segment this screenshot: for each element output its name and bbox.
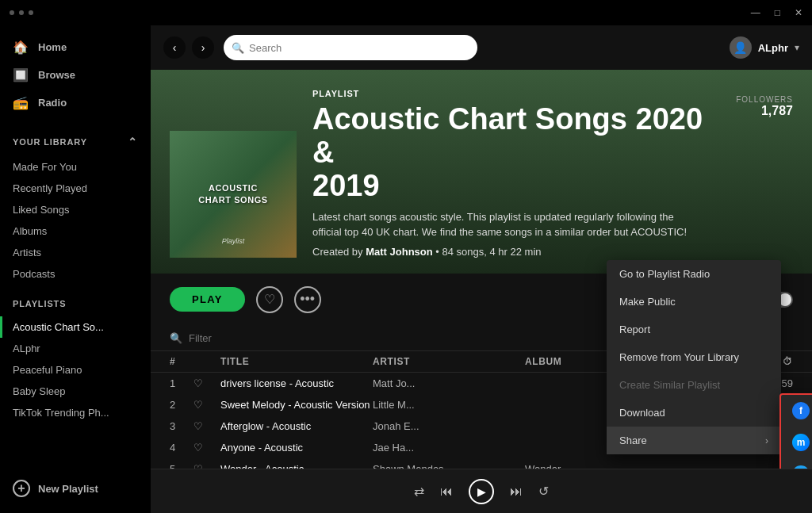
lib-item-recently-played[interactable]: Recently Played xyxy=(0,178,151,199)
sidebar-item-browse-label: Browse xyxy=(38,69,75,81)
playlist-title: Acoustic Chart Songs 2020 & 2019 xyxy=(312,103,720,202)
filter-search-icon: 🔍 xyxy=(170,332,182,344)
title-bar-controls: — □ ✕ xyxy=(751,7,802,18)
user-name-label: ALphr xyxy=(758,42,788,54)
prev-icon[interactable]: ⏮ xyxy=(440,484,453,499)
play-button[interactable]: PLAY xyxy=(170,287,245,312)
shuffle-icon[interactable]: ⇄ xyxy=(414,484,424,499)
title-bar: — □ ✕ xyxy=(0,0,812,25)
search-bar: 🔍 xyxy=(224,35,477,60)
podcasts-label: Podcasts xyxy=(13,268,55,280)
liked-songs-label: Liked Songs xyxy=(13,204,70,216)
menu-item-report[interactable]: Report xyxy=(607,316,781,343)
sidebar-nav: 🏠 Home 🔲 Browse 📻 Radio xyxy=(0,33,151,124)
menu-item-create-similar: Create Similar Playlist xyxy=(607,371,781,399)
share-submenu: f Facebook m Messenger t Twitter ✈ Teleg… xyxy=(779,393,812,469)
col-heart-header xyxy=(193,356,220,367)
playlist-info: PLAYLIST Acoustic Chart Songs 2020 & 201… xyxy=(312,89,720,258)
library-collapse-arrow[interactable]: ⌃ xyxy=(128,136,138,148)
more-options-button[interactable]: ••• xyxy=(294,286,321,313)
nav-arrows: ‹ › xyxy=(163,36,214,59)
library-items: Made For You Recently Played Liked Songs… xyxy=(0,153,151,288)
filter-placeholder: Filter xyxy=(189,332,212,344)
menu-item-download[interactable]: Download xyxy=(607,399,781,427)
search-input[interactable] xyxy=(224,35,477,60)
playlist-item-peaceful-piano[interactable]: Peaceful Piano xyxy=(0,359,151,381)
col-title-header: TITLE xyxy=(220,356,373,367)
made-for-you-label: Made For You xyxy=(13,161,77,173)
dot-3 xyxy=(29,10,33,15)
playlist-meta: Created by Matt Johnson • 84 songs, 4 hr… xyxy=(312,246,720,258)
lib-item-podcasts[interactable]: Podcasts xyxy=(0,263,151,285)
your-library-label: YOUR LIBRARY ⌃ xyxy=(0,124,151,153)
radio-icon: 📻 xyxy=(13,95,29,110)
heart-icon: ♡ xyxy=(264,292,275,307)
playlist-item-baby-sleep[interactable]: Baby Sleep xyxy=(0,381,151,402)
content-area[interactable]: ACOUSTIC CHART SONGS Playlist PLAYLIST A… xyxy=(151,70,812,469)
user-area[interactable]: 👤 ALphr ▾ xyxy=(730,36,799,59)
playlist-description: Latest chart songs acoustic style. This … xyxy=(312,210,693,239)
minimize-button[interactable]: — xyxy=(751,7,760,18)
lib-item-made-for-you[interactable]: Made For You xyxy=(0,156,151,178)
menu-item-make-public[interactable]: Make Public xyxy=(607,288,781,316)
menu-item-playlist-radio[interactable]: Go to Playlist Radio xyxy=(607,260,781,288)
followers-box: FOLLOWERS 1,787 xyxy=(736,89,793,118)
right-panel: ‹ › 🔍 👤 ALphr ▾ ACOUSTIC xyxy=(151,25,812,513)
share-facebook[interactable]: f Facebook xyxy=(781,395,812,427)
lib-item-artists[interactable]: Artists xyxy=(0,242,151,263)
title-bar-dots xyxy=(10,10,33,15)
sidebar-item-radio-label: Radio xyxy=(38,97,67,109)
repeat-icon[interactable]: ↺ xyxy=(538,484,549,499)
col-num: # xyxy=(170,356,193,367)
search-icon: 🔍 xyxy=(232,42,244,54)
albums-label: Albums xyxy=(13,225,47,237)
top-bar: ‹ › 🔍 👤 ALphr ▾ xyxy=(151,25,812,70)
bottom-player: ⇄ ⏮ ▶ ⏭ ↺ xyxy=(151,469,812,513)
menu-item-remove-library[interactable]: Remove from Your Library xyxy=(607,343,781,371)
nav-forward-button[interactable]: › xyxy=(192,36,214,59)
next-icon[interactable]: ⏭ xyxy=(510,484,523,499)
share-twitter[interactable]: t Twitter xyxy=(781,458,812,469)
playlist-cover: ACOUSTIC CHART SONGS Playlist xyxy=(170,131,297,258)
browse-icon: 🔲 xyxy=(13,67,29,82)
playlist-item-tiktok[interactable]: TikTok Trending Ph... xyxy=(0,402,151,423)
sidebar-item-browse[interactable]: 🔲 Browse xyxy=(0,61,151,89)
new-playlist-button[interactable]: + New Playlist xyxy=(0,472,151,505)
cover-subtext: Playlist xyxy=(222,237,245,245)
lib-item-liked-songs[interactable]: Liked Songs xyxy=(0,199,151,220)
heart-button[interactable]: ♡ xyxy=(256,286,283,313)
share-messenger[interactable]: m Messenger xyxy=(781,427,812,458)
sidebar: 🏠 Home 🔲 Browse 📻 Radio YOUR LIBRARY ⌃ M… xyxy=(0,25,151,513)
nav-back-button[interactable]: ‹ xyxy=(163,36,186,59)
maximize-button[interactable]: □ xyxy=(775,7,780,18)
playlist-type-label: PLAYLIST xyxy=(312,89,720,98)
avatar: 👤 xyxy=(730,36,752,59)
messenger-icon: m xyxy=(792,434,810,451)
app-body: 🏠 Home 🔲 Browse 📻 Radio YOUR LIBRARY ⌃ M… xyxy=(0,25,812,513)
followers-count: 1,787 xyxy=(736,104,793,118)
menu-item-share[interactable]: Share › xyxy=(607,427,781,454)
creator-name: Matt Johnson xyxy=(366,246,433,258)
more-icon: ••• xyxy=(300,291,315,308)
lib-item-albums[interactable]: Albums xyxy=(0,220,151,242)
followers-label: FOLLOWERS xyxy=(736,95,793,104)
plus-icon: + xyxy=(13,480,30,497)
table-row[interactable]: 5 ♡ Wonder - Acoustic Shawn Mendes Wonde… xyxy=(151,458,812,469)
song-count: 84 songs, 4 hr 22 min xyxy=(442,246,541,258)
dot-2 xyxy=(19,10,24,15)
dot-1 xyxy=(10,10,14,15)
chevron-down-icon: ▾ xyxy=(795,42,799,53)
playlist-header: ACOUSTIC CHART SONGS Playlist PLAYLIST A… xyxy=(151,70,812,274)
playlist-item-alphr[interactable]: ALphr xyxy=(0,338,151,359)
artists-label: Artists xyxy=(13,247,41,258)
twitter-icon: t xyxy=(792,465,810,469)
sidebar-item-home[interactable]: 🏠 Home xyxy=(0,33,151,61)
facebook-icon: f xyxy=(792,402,810,419)
playlist-item-acoustic[interactable]: Acoustic Chart So... xyxy=(0,316,151,338)
new-playlist-label: New Playlist xyxy=(38,483,98,495)
recently-played-label: Recently Played xyxy=(13,182,87,194)
close-button[interactable]: ✕ xyxy=(795,7,802,18)
share-submenu-chevron: › xyxy=(765,435,768,446)
sidebar-item-radio[interactable]: 📻 Radio xyxy=(0,89,151,117)
play-pause-button[interactable]: ▶ xyxy=(469,479,494,504)
